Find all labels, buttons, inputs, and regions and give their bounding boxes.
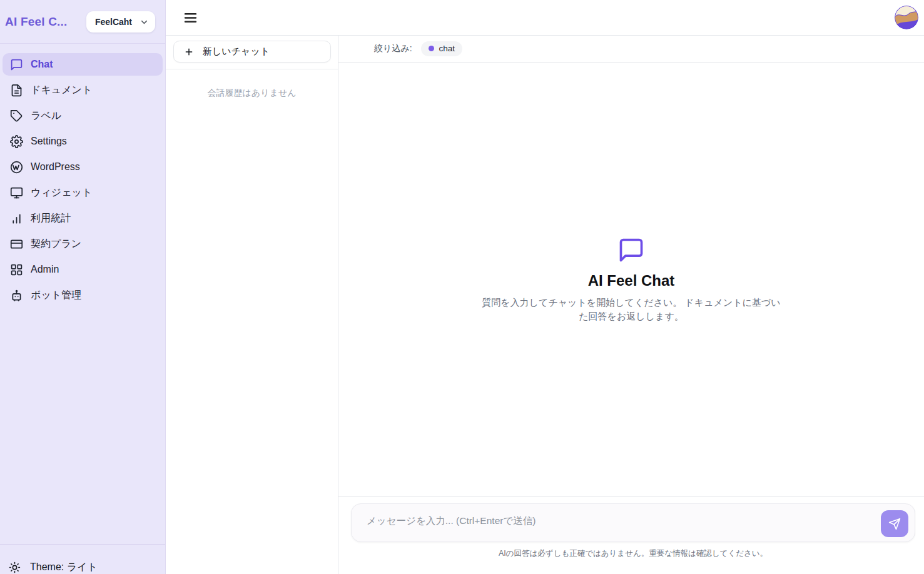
sidebar-item-settings[interactable]: Settings (3, 130, 163, 153)
topbar (166, 0, 924, 36)
sidebar-item-label: Settings (31, 136, 67, 147)
sidebar-nav: Chat ドキュメント ラベル Settings (0, 44, 165, 306)
grid-icon (10, 263, 23, 276)
sidebar-item-label: 契約プラン (31, 238, 81, 251)
sidebar-item-chat[interactable]: Chat (3, 53, 163, 76)
sidebar-item-widgets[interactable]: ウィジェット (3, 181, 163, 204)
composer (351, 503, 915, 542)
chat-bubble-icon (10, 58, 23, 71)
document-icon (10, 84, 23, 97)
sidebar-item-label: ボット管理 (31, 289, 81, 302)
sidebar-item-bot-management[interactable]: ボット管理 (3, 284, 163, 306)
monitor-icon (10, 186, 23, 199)
sidebar: AI Feel C... FeelCaht Chat ドキュメント (0, 0, 166, 574)
composer-area: AIの回答は必ずしも正確ではありません。重要な情報は確認してください。 (338, 496, 924, 574)
app-root: AI Feel C... FeelCaht Chat ドキュメント (0, 0, 924, 574)
new-chat-wrap: 新しいチャット (166, 36, 338, 69)
chip-dot-icon (429, 46, 434, 51)
send-icon (888, 518, 901, 530)
content-row: 新しいチャット 会話履歴はありません 絞り込み: chat (166, 36, 924, 574)
sidebar-item-admin[interactable]: Admin (3, 258, 163, 281)
bar-chart-icon (10, 212, 23, 225)
theme-label: Theme: ライト (30, 561, 98, 574)
sidebar-item-wordpress[interactable]: WordPress (3, 156, 163, 178)
bot-selector-dropdown[interactable]: FeelCaht (86, 11, 155, 33)
filter-chip-chat[interactable]: chat (421, 41, 463, 56)
wordpress-icon (10, 161, 23, 174)
sidebar-item-label: Admin (31, 264, 59, 275)
sidebar-footer: Theme: ライト (0, 544, 165, 574)
sidebar-item-labels[interactable]: ラベル (3, 104, 163, 127)
credit-card-icon (10, 238, 23, 251)
message-input[interactable] (352, 504, 915, 541)
chevron-down-icon (140, 18, 149, 27)
empty-state-title: AI Feel Chat (588, 272, 675, 290)
filter-label: 絞り込み: (374, 43, 412, 54)
sidebar-item-label: WordPress (31, 161, 80, 173)
user-avatar[interactable] (895, 6, 918, 29)
chat-bubble-icon (617, 236, 645, 264)
hamburger-menu-icon[interactable] (183, 10, 198, 26)
gear-icon (10, 135, 23, 148)
sidebar-item-label: 利用統計 (31, 212, 71, 225)
empty-state-description: 質問を入力してチャットを開始してください。 ドキュメントに基づいた回答をお返しし… (480, 296, 782, 323)
sidebar-item-documents[interactable]: ドキュメント (3, 79, 163, 101)
sidebar-item-label: ウィジェット (31, 186, 92, 199)
tag-icon (10, 109, 23, 123)
app-title: AI Feel C... (5, 15, 68, 29)
sidebar-header: AI Feel C... FeelCaht (0, 0, 165, 44)
sidebar-item-label: ラベル (31, 109, 61, 123)
sidebar-item-label: ドキュメント (31, 84, 92, 97)
sidebar-item-usage-stats[interactable]: 利用統計 (3, 207, 163, 229)
new-chat-button[interactable]: 新しいチャット (173, 41, 331, 63)
theme-toggle[interactable]: Theme: ライト (9, 561, 156, 574)
new-chat-label: 新しいチャット (203, 46, 270, 58)
chat-empty-state: AI Feel Chat 質問を入力してチャットを開始してください。 ドキュメン… (338, 63, 924, 496)
sidebar-item-label: Chat (31, 59, 53, 70)
chat-main: 絞り込み: chat AI Feel Chat 質問を入力してチャットを開始して… (338, 36, 924, 574)
history-empty-text: 会話履歴はありません (166, 69, 338, 99)
plus-icon (184, 47, 194, 57)
robot-icon (10, 289, 23, 302)
filter-chip-label: chat (439, 44, 455, 53)
sun-icon (9, 561, 21, 573)
send-button[interactable] (881, 510, 908, 537)
ai-disclaimer-text: AIの回答は必ずしも正確ではありません。重要な情報は確認してください。 (351, 542, 915, 559)
main-column: 新しいチャット 会話履歴はありません 絞り込み: chat (166, 0, 924, 574)
bot-selector-value: FeelCaht (95, 17, 132, 27)
filter-bar: 絞り込み: chat (338, 36, 924, 63)
conversation-history-panel: 新しいチャット 会話履歴はありません (166, 36, 338, 574)
sidebar-item-subscription-plan[interactable]: 契約プラン (3, 233, 163, 255)
